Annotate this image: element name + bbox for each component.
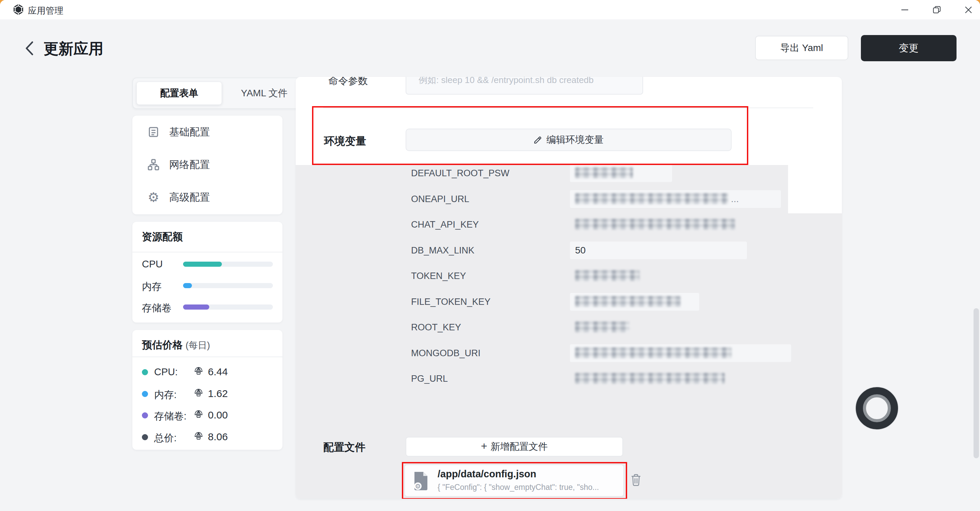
env-var-row: DB_MAX_LINK50	[296, 241, 842, 260]
env-var-value-masked	[575, 296, 681, 307]
env-var-row: PG_URL	[296, 369, 842, 388]
gear-icon: ⚙	[147, 191, 160, 204]
quota-fill	[183, 304, 209, 310]
env-var-row: DEFAULT_ROOT_PSW	[296, 164, 842, 183]
coin-icon	[194, 388, 203, 398]
tab-config-form[interactable]: 配置表单	[137, 82, 222, 105]
price-label: 存储卷:	[154, 410, 186, 423]
add-config-file-button[interactable]: + 新增配置文件	[406, 437, 623, 457]
env-var-value-masked	[575, 270, 640, 281]
chevron-left-icon	[25, 41, 34, 56]
price-row: CPU:6.44	[132, 365, 282, 379]
sidebar-item-0[interactable]: 基础配置	[132, 116, 282, 148]
app-title: 应用管理	[28, 5, 63, 17]
minimize-button[interactable]	[889, 0, 920, 19]
svg-text:⚙: ⚙	[415, 483, 421, 490]
env-var-key: ONEAPI_URL	[411, 194, 469, 204]
minimize-icon	[901, 6, 909, 14]
quota-fill	[183, 283, 192, 288]
command-args-placeholder: 例如: sleep 10 && /entrypoint.sh db create…	[418, 77, 594, 86]
env-var-value-masked	[575, 219, 735, 230]
config-file-section-label: 配置文件	[323, 440, 366, 455]
close-icon	[964, 6, 972, 14]
edit-env-label: 编辑环境变量	[546, 134, 604, 146]
price-row: 总价:8.06	[132, 430, 282, 444]
pencil-icon	[533, 135, 542, 144]
back-button[interactable]	[22, 41, 37, 56]
price-dot	[142, 369, 148, 375]
env-var-value-masked	[575, 347, 732, 358]
env-var-ellipsis: ...	[731, 194, 739, 204]
price-title-text: 预估价格	[142, 339, 183, 350]
quota-title: 资源配额	[142, 230, 183, 244]
sidebar-item-label: 高级配置	[169, 191, 210, 204]
divider	[132, 357, 282, 357]
price-row: 存储卷:0.00	[132, 408, 282, 422]
coin-icon	[194, 432, 203, 442]
scrollbar-thumb[interactable]	[974, 308, 979, 458]
price-subtitle: (每日)	[185, 340, 210, 350]
price-dot	[142, 434, 148, 440]
sidebar-item-label: 网络配置	[169, 158, 210, 172]
env-var-row: MONGODB_URI	[296, 344, 842, 363]
delete-config-file-button[interactable]	[628, 471, 643, 489]
env-var-key: PG_URL	[411, 374, 448, 384]
restore-icon	[932, 5, 941, 14]
price-label: 总价:	[154, 431, 177, 445]
price-value: 8.06	[208, 431, 228, 443]
coin-icon	[194, 410, 203, 420]
config-mode-tabs: 配置表单 YAML 文件	[132, 78, 311, 109]
price-label: CPU:	[154, 366, 178, 377]
tab-yaml-file[interactable]: YAML 文件	[222, 82, 307, 105]
document-icon	[147, 125, 160, 139]
quota-row: 存储卷	[132, 300, 282, 314]
app-window: 应用管理 更新应用 导出 Yaml 变更 配置表单 YAML 文件 基础配置网络…	[0, 0, 980, 511]
trash-icon	[631, 474, 641, 486]
price-value: 0.00	[208, 409, 228, 421]
quota-track	[183, 304, 273, 310]
config-file-item[interactable]: ⚙ /app/data/config.json { "FeConfig": { …	[404, 465, 624, 497]
apply-changes-button[interactable]: 变更	[861, 35, 956, 61]
price-value: 6.44	[208, 366, 228, 377]
env-var-row: FILE_TOKEN_KEY	[296, 292, 842, 311]
estimated-price-card: 预估价格 (每日) CPU:6.44内存:1.62存储卷:0.00总价:8.06	[132, 330, 282, 450]
section-divider	[323, 108, 813, 108]
app-logo-icon	[13, 4, 24, 15]
floating-widget[interactable]	[855, 387, 899, 430]
resource-quota-card: 资源配额 CPU内存存储卷	[132, 222, 282, 323]
command-args-input[interactable]: 例如: sleep 10 && /entrypoint.sh db create…	[406, 77, 643, 95]
env-var-row: ROOT_KEY	[296, 318, 842, 337]
env-var-key: CHAT_API_KEY	[411, 220, 479, 230]
sidebar-item-2[interactable]: ⚙高级配置	[132, 181, 282, 214]
export-yaml-button[interactable]: 导出 Yaml	[755, 36, 848, 60]
maximize-button[interactable]	[921, 0, 952, 19]
quota-track	[183, 262, 273, 267]
quota-row: CPU	[132, 257, 282, 271]
env-var-key: ROOT_KEY	[411, 322, 461, 333]
price-label: 内存:	[154, 388, 177, 402]
env-var-key: MONGODB_URI	[411, 348, 480, 358]
quota-label: 内存	[142, 280, 162, 294]
env-var-value-masked	[575, 193, 728, 204]
page-title: 更新应用	[43, 39, 103, 59]
coin-icon	[194, 367, 203, 377]
close-button[interactable]	[953, 0, 980, 19]
price-row: 内存:1.62	[132, 387, 282, 400]
env-var-key: DB_MAX_LINK	[411, 245, 474, 256]
sidebar-item-1[interactable]: 网络配置	[132, 148, 282, 181]
titlebar: 应用管理	[0, 0, 980, 19]
env-var-key: DEFAULT_ROOT_PSW	[411, 168, 509, 178]
env-value-cell	[570, 242, 747, 259]
network-icon	[147, 158, 160, 172]
price-title: 预估价格 (每日)	[142, 338, 210, 352]
env-var-value-masked	[575, 322, 630, 333]
env-var-key: FILE_TOKEN_KEY	[411, 297, 491, 307]
plus-icon: +	[481, 440, 487, 452]
command-args-label: 命令参数	[328, 77, 368, 88]
env-var-row: ONEAPI_URL...	[296, 189, 842, 209]
env-var-key: TOKEN_KEY	[411, 271, 466, 281]
env-var-value-masked	[575, 373, 725, 384]
edit-env-button[interactable]: 编辑环境变量	[406, 129, 732, 151]
price-dot	[142, 412, 148, 419]
add-config-file-label: 新增配置文件	[491, 440, 548, 453]
